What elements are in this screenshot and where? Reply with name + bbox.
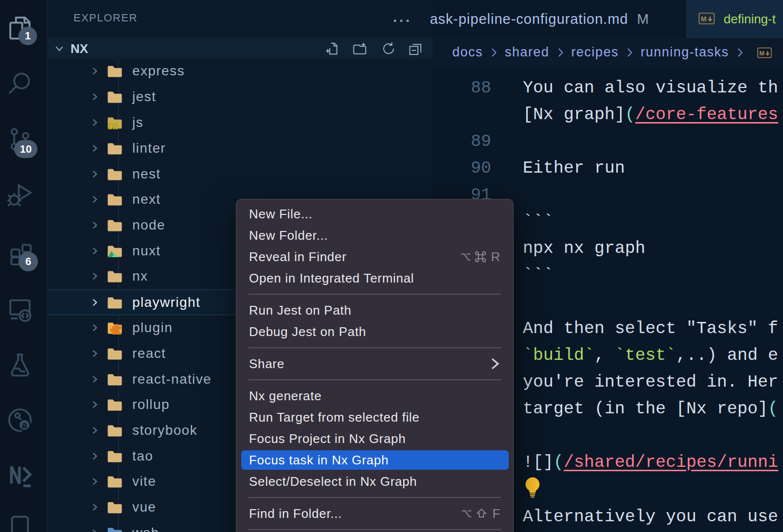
svg-text:JS: JS [108, 123, 118, 130]
svg-text:M: M [759, 50, 765, 57]
svg-text:a: a [22, 420, 28, 430]
svg-text:M: M [701, 15, 707, 23]
